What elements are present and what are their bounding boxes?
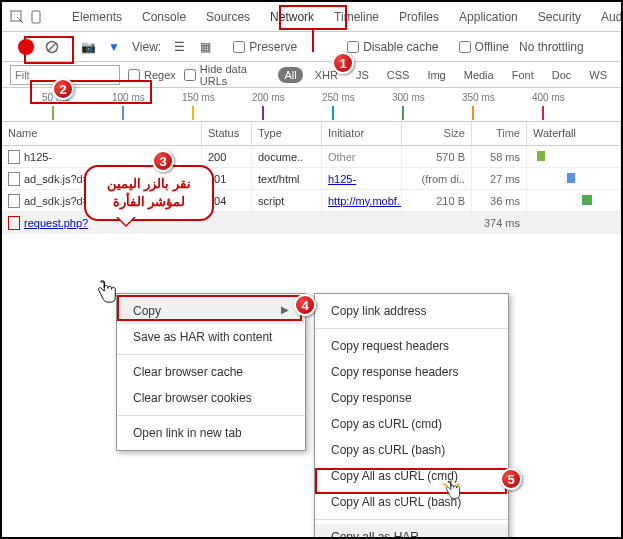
svg-line-3 [48,43,56,51]
submenu-curl-cmd[interactable]: Copy as cURL (cmd) [315,411,508,437]
cursor-hand-icon [96,280,118,306]
tab-security[interactable]: Security [528,3,591,31]
menu-clear-cache[interactable]: Clear browser cache [117,359,305,385]
col-time[interactable]: Time [472,122,527,145]
hide-data-urls-checkbox[interactable]: Hide data URLs [184,63,271,87]
chevron-right-icon: ▶ [281,304,289,315]
top-tabbar: ElementsConsoleSourcesNetworkTimelinePro… [2,2,621,32]
regex-checkbox[interactable]: Regex [128,69,176,81]
filter-type-media[interactable]: Media [458,67,500,83]
tab-timeline[interactable]: Timeline [324,3,389,31]
col-size[interactable]: Size [402,122,472,145]
badge-1: 1 [332,52,354,74]
col-initiator[interactable]: Initiator [322,122,402,145]
tab-sources[interactable]: Sources [196,3,260,31]
submenu-link-address[interactable]: Copy link address [315,298,508,324]
clear-icon[interactable] [44,39,60,55]
timeline-ruler: 50 ms100 ms150 ms200 ms250 ms300 ms350 m… [2,88,621,122]
submenu-resp-headers[interactable]: Copy response headers [315,359,508,385]
filter-bar: Regex Hide data URLs AllXHRJSCSSImgMedia… [2,62,621,88]
ruler-tick: 350 ms [462,92,495,103]
col-name[interactable]: Name [2,122,202,145]
filter-type-css[interactable]: CSS [381,67,416,83]
camera-icon[interactable]: 📷 [80,39,96,55]
preserve-log-checkbox[interactable]: Preserve [233,40,297,54]
badge-3: 3 [152,150,174,172]
annotation-bubble: نقر بالزر اليمين لمؤشر الفأرة [84,165,214,221]
menu-open-new-tab[interactable]: Open link in new tab [117,420,305,446]
record-button[interactable] [18,39,34,55]
ruler-tick: 100 ms [112,92,145,103]
ruler-tick: 200 ms [252,92,285,103]
filter-icon[interactable]: ▼ [106,39,122,55]
view-label: View: [132,40,161,54]
menu-copy[interactable]: Copy▶ [117,298,305,324]
annotation-line [312,30,314,52]
submenu-response[interactable]: Copy response [315,385,508,411]
view-frame-icon[interactable]: ▦ [197,39,213,55]
device-icon[interactable] [30,7,44,27]
badge-5: 5 [500,468,522,490]
tab-console[interactable]: Console [132,3,196,31]
badge-2: 2 [52,78,74,100]
tab-profiles[interactable]: Profiles [389,3,449,31]
tab-network[interactable]: Network [260,3,324,31]
col-status[interactable]: Status [202,122,252,145]
ruler-tick: 300 ms [392,92,425,103]
filter-type-img[interactable]: Img [421,67,451,83]
disable-cache-checkbox[interactable]: Disable cache [347,40,438,54]
tab-application[interactable]: Application [449,3,528,31]
throttle-select[interactable]: No throttling [519,40,584,54]
filter-type-doc[interactable]: Doc [546,67,578,83]
context-menu: Copy▶ Save as HAR with content Clear bro… [116,293,306,451]
filter-type-ws[interactable]: WS [583,67,613,83]
filter-type-js[interactable]: JS [350,67,375,83]
tab-aud[interactable]: Aud [591,3,623,31]
svg-rect-1 [32,11,40,23]
ruler-tick: 400 ms [532,92,565,103]
submenu-all-har[interactable]: Copy all as HAR [315,524,508,539]
table-header: Name Status Type Initiator Size Time Wat… [2,122,621,146]
menu-clear-cookies[interactable]: Clear browser cookies [117,385,305,411]
ruler-tick: 250 ms [322,92,355,103]
offline-checkbox[interactable]: Offline [459,40,509,54]
copy-submenu: Copy link address Copy request headers C… [314,293,509,539]
menu-save-har[interactable]: Save as HAR with content [117,324,305,350]
tab-elements[interactable]: Elements [62,3,132,31]
submenu-curl-bash[interactable]: Copy as cURL (bash) [315,437,508,463]
submenu-all-curl-bash[interactable]: Copy All as cURL (bash) [315,489,508,515]
filter-type-font[interactable]: Font [506,67,540,83]
view-list-icon[interactable]: ☰ [171,39,187,55]
ruler-tick: 150 ms [182,92,215,103]
col-type[interactable]: Type [252,122,322,145]
inspect-icon[interactable] [10,7,24,27]
filter-type-all[interactable]: All [278,67,302,83]
submenu-req-headers[interactable]: Copy request headers [315,333,508,359]
badge-4: 4 [294,294,316,316]
submenu-all-curl-cmd[interactable]: Copy All as cURL (cmd) [315,463,508,489]
col-waterfall[interactable]: Waterfall [527,122,621,145]
